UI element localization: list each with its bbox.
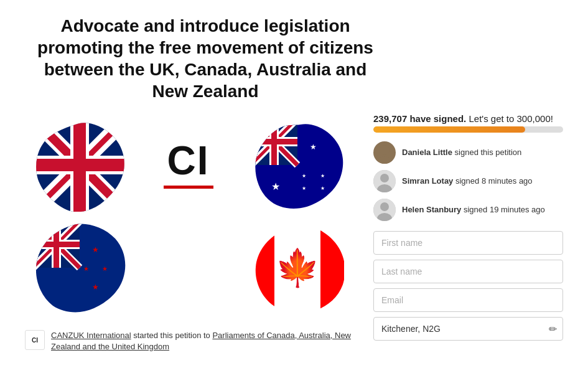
flags-grid: CI — [25, 113, 355, 319]
signer-name: Daniela Little — [402, 148, 452, 157]
svg-rect-18 — [251, 139, 297, 144]
svg-text:★: ★ — [301, 173, 306, 179]
last-name-input[interactable] — [373, 260, 563, 283]
signer-action: signed this petition — [455, 148, 522, 157]
svg-rect-8 — [33, 159, 126, 171]
petition-footer: CI CANZUK International started this pet… — [25, 330, 355, 352]
svg-text:★: ★ — [101, 265, 107, 272]
signer-action: signed 19 minutes ago — [464, 205, 545, 214]
au-flag-blob: ★ ★ ★ ★ ★ ★ — [243, 113, 352, 216]
svg-text:★: ★ — [91, 283, 98, 291]
svg-point-43 — [380, 145, 390, 155]
signer-item: Daniela Little signed this petition — [373, 141, 563, 164]
svg-text:🍁: 🍁 — [275, 247, 320, 290]
signed-goal: Let's get to 300,000! — [466, 113, 553, 124]
signer-info: Simran Lotay signed 8 minutes ago — [402, 176, 533, 187]
svg-rect-34 — [33, 242, 80, 247]
location-field: ✏ — [373, 317, 563, 341]
svg-text:★: ★ — [91, 245, 98, 254]
signed-suffix: have signed. — [407, 113, 466, 124]
avatar — [373, 170, 396, 192]
signer-info: Helen Stanbury signed 19 minutes ago — [402, 205, 545, 215]
edit-icon: ✏ — [549, 323, 557, 335]
ci-badge-small: CI — [25, 330, 45, 350]
svg-text:★: ★ — [320, 186, 324, 191]
page-title: Advocate and introduce legislation promo… — [25, 15, 386, 102]
email-input[interactable] — [373, 288, 563, 312]
svg-rect-40 — [251, 221, 274, 314]
svg-point-44 — [376, 156, 393, 164]
progress-bar — [373, 126, 563, 133]
avatar — [373, 199, 396, 221]
first-name-input[interactable] — [373, 231, 563, 255]
signer-item: Simran Lotay signed 8 minutes ago — [373, 170, 563, 192]
location-input[interactable] — [373, 317, 563, 341]
svg-text:★: ★ — [309, 143, 316, 151]
svg-text:★: ★ — [271, 181, 280, 192]
signer-item: Helen Stanbury signed 19 minutes ago — [373, 199, 563, 221]
avatar — [373, 141, 396, 164]
signers-list: Daniela Little signed this petition — [373, 141, 563, 221]
svg-point-50 — [380, 202, 389, 211]
petition-attribution: CANZUK International started this petiti… — [51, 330, 355, 352]
sign-form: ✏ — [373, 231, 563, 341]
signer-name: Helen Stanbury — [402, 205, 461, 214]
right-column: 239,707 have signed. Let's get to 300,00… — [373, 113, 563, 341]
svg-point-47 — [380, 174, 389, 182]
empty-center-bottom — [134, 216, 243, 319]
svg-text:★: ★ — [320, 173, 324, 179]
progress-bar-fill — [373, 126, 525, 133]
svg-rect-41 — [320, 221, 344, 314]
ci-logo: CI — [134, 113, 243, 216]
signed-number: 239,707 — [373, 113, 407, 124]
signer-action: signed 8 minutes ago — [455, 176, 533, 186]
signer-info: Daniela Little signed this petition — [402, 148, 521, 158]
svg-text:★: ★ — [83, 265, 88, 272]
ca-flag-blob: 🍁 — [243, 216, 352, 319]
nz-flag-blob: ★ ★ ★ ★ — [25, 216, 134, 319]
signer-name: Simran Lotay — [402, 176, 453, 186]
uk-flag-blob — [25, 113, 134, 216]
signed-count: 239,707 have signed. Let's get to 300,00… — [373, 113, 563, 124]
petition-author-link[interactable]: CANZUK International — [51, 331, 131, 340]
svg-text:★: ★ — [301, 186, 306, 191]
